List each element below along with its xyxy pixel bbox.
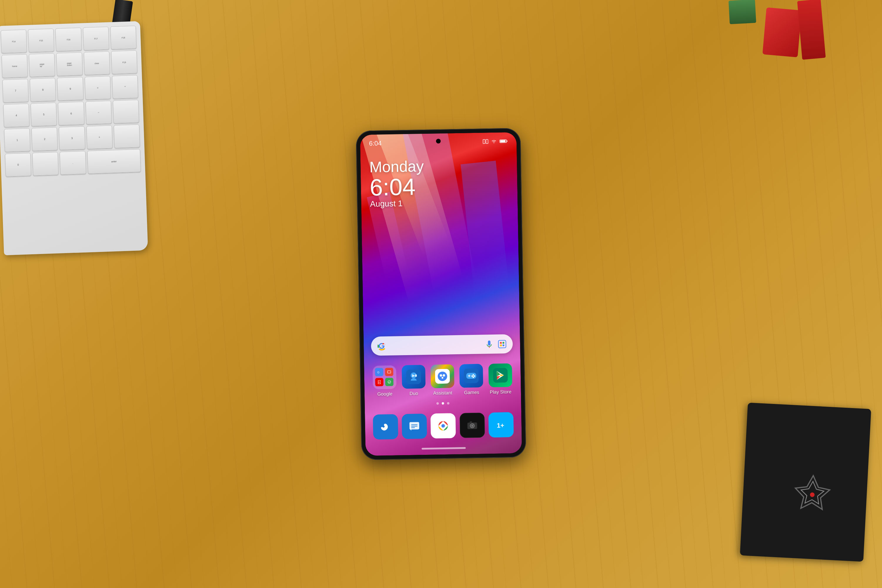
search-lens-icon: [498, 339, 507, 349]
google-app-group[interactable]: G Google: [372, 366, 397, 397]
red-cylinder: [797, 0, 825, 60]
dock-chrome-icon[interactable]: [431, 413, 456, 438]
date-time-label: 6:04: [369, 175, 424, 200]
key-9[interactable]: 9: [57, 77, 84, 101]
key-f17[interactable]: F17: [82, 27, 109, 50]
svg-rect-15: [387, 371, 391, 373]
red-box: [762, 8, 801, 57]
key-2[interactable]: 2: [32, 127, 58, 151]
key-clear[interactable]: clear: [84, 51, 110, 75]
playstore-icon[interactable]: [488, 363, 512, 387]
duo-icon[interactable]: [402, 365, 425, 388]
svg-rect-7: [500, 140, 506, 142]
key-3[interactable]: 3: [59, 126, 85, 150]
svg-text:G: G: [377, 371, 380, 374]
page-dots: [436, 402, 449, 405]
svg-rect-22: [415, 374, 417, 376]
svg-marker-0: [794, 475, 831, 510]
games-icon[interactable]: [459, 364, 483, 388]
games-label: Games: [464, 390, 479, 395]
page-dot-1: [436, 402, 439, 405]
dock-messages-icon[interactable]: [402, 414, 427, 439]
date-day-label: Monday: [369, 157, 424, 176]
key-0[interactable]: 0: [5, 153, 32, 177]
keyboard: F14 F15 F16 F17 F18 home pageup pagedown…: [0, 21, 148, 255]
svg-rect-42: [410, 422, 419, 429]
app-row: G Google: [370, 363, 515, 397]
bottom-dock: 1+: [371, 412, 516, 440]
key-pagedown[interactable]: pagedown: [56, 52, 82, 76]
svg-rect-6: [507, 141, 507, 142]
svg-point-12: [500, 344, 502, 346]
svg-point-18: [388, 380, 391, 383]
date-widget: Monday 6:04 August 1: [369, 157, 424, 209]
playstore-app-group[interactable]: Play Store: [488, 363, 513, 395]
key-dot[interactable]: .: [60, 151, 86, 175]
search-bar[interactable]: [371, 334, 513, 356]
battery-icon: [500, 139, 508, 143]
key-8[interactable]: 8: [30, 78, 56, 102]
key-blank3: [32, 152, 59, 176]
wifi-icon: [490, 139, 497, 144]
svg-point-2: [810, 492, 814, 497]
dock-oneplus-icon[interactable]: 1+: [488, 412, 514, 438]
svg-rect-4: [486, 140, 488, 144]
date-date-label: August 1: [370, 198, 424, 209]
phone-screen: 6:04: [360, 132, 522, 456]
status-time: 6:04: [369, 140, 382, 147]
svg-rect-3: [483, 140, 485, 144]
green-object: [729, 0, 756, 24]
key-1[interactable]: 1: [4, 128, 31, 152]
key-plus[interactable]: +: [86, 125, 112, 149]
key-5[interactable]: 5: [31, 103, 57, 126]
games-app-group[interactable]: Games: [459, 364, 484, 395]
svg-rect-54: [470, 421, 472, 423]
key-asterisk[interactable]: *: [112, 75, 138, 99]
key-enter[interactable]: enter: [87, 149, 141, 174]
key-blank1: [112, 100, 139, 123]
search-mic-icon: [484, 339, 494, 349]
status-icons: [483, 139, 508, 144]
dock-phone-icon[interactable]: [373, 414, 398, 440]
key-f14[interactable]: F14: [1, 29, 27, 53]
page-dot-2: [442, 402, 444, 405]
svg-rect-9: [498, 340, 506, 348]
duo-label: Duo: [410, 391, 418, 396]
key-equals[interactable]: =: [84, 76, 111, 100]
svg-marker-17: [379, 382, 380, 383]
playstore-label: Play Store: [490, 389, 512, 395]
ap-logo-icon: [792, 473, 832, 513]
google-folder-icon[interactable]: G: [372, 366, 396, 389]
notebook: [740, 402, 872, 561]
key-f16[interactable]: F16: [55, 28, 82, 51]
key-minus[interactable]: −: [85, 100, 112, 124]
key-f18[interactable]: F18: [110, 26, 137, 50]
page-dot-3: [447, 402, 449, 405]
key-7[interactable]: 7: [2, 79, 29, 103]
key-f15[interactable]: F15: [28, 28, 54, 52]
phone-body: 6:04: [356, 128, 526, 460]
key-pageup[interactable]: pageup: [29, 53, 55, 77]
key-6[interactable]: 6: [58, 102, 84, 126]
assistant-icon[interactable]: [430, 364, 454, 388]
svg-point-13: [502, 344, 504, 346]
sim-icon: [483, 139, 488, 144]
assistant-app-group[interactable]: Assistant: [430, 364, 454, 396]
svg-text:1+: 1+: [497, 422, 504, 429]
svg-point-10: [500, 342, 502, 344]
duo-app-group[interactable]: Duo: [402, 365, 426, 396]
dock-camera-icon[interactable]: [459, 412, 485, 438]
phone: 6:04: [356, 128, 526, 460]
google-folder-label: Google: [377, 392, 393, 397]
google-g-icon: [377, 341, 387, 351]
assistant-label: Assistant: [433, 390, 452, 396]
key-4[interactable]: 4: [3, 104, 30, 127]
key-blank2: [114, 124, 140, 148]
key-home[interactable]: home: [2, 54, 28, 78]
key-f19[interactable]: F19: [111, 50, 138, 74]
svg-point-11: [502, 342, 504, 344]
